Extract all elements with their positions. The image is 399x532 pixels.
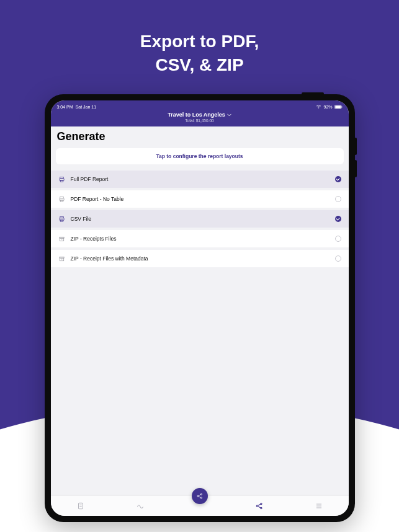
svg-rect-17 [60,258,63,261]
battery-percent: 92% [323,105,332,109]
export-option-label: ZIP - Receipt Files with Metadata [71,255,330,262]
svg-rect-14 [60,238,63,241]
export-option[interactable]: CSV File [51,210,349,228]
svg-rect-19 [78,503,83,508]
chevron-down-icon [227,112,231,118]
radio-off-icon [335,196,341,202]
export-options-list: Full PDF ReportPDF Report - No TableCSV … [51,171,349,267]
archive-icon [58,255,66,262]
svg-line-25 [258,504,260,505]
tab-export[interactable] [247,502,272,510]
status-date: Sat Jan 11 [76,105,96,109]
trip-selector[interactable]: Travel to Los Angeles [168,112,231,118]
radio-off-icon [335,255,341,262]
export-option-label: CSV File [71,216,330,222]
svg-point-32 [200,497,202,499]
printer-icon [58,196,66,202]
configure-layouts-label: Tap to configure the report layouts [156,153,243,159]
svg-point-24 [260,507,261,508]
tab-receipts[interactable] [68,502,93,510]
trip-total: Total: $1,450.00 [57,118,343,123]
configure-layouts-button[interactable]: Tap to configure the report layouts [56,148,344,164]
export-option[interactable]: ZIP - Receipt Files with Metadata [51,250,349,267]
svg-line-26 [258,506,260,507]
export-option[interactable]: Full PDF Report [51,171,349,188]
svg-rect-6 [60,180,63,182]
wifi-icon [316,105,321,109]
export-option-label: Full PDF Report [71,176,330,182]
svg-point-23 [260,503,261,504]
svg-point-30 [197,495,198,497]
headline-line2: CSV, & ZIP [0,53,399,77]
svg-rect-12 [60,219,63,221]
svg-rect-3 [341,106,342,107]
content-area: Generate Tap to configure the report lay… [51,126,349,495]
export-option-label: PDF Report - No Table [71,196,330,202]
status-bar: 3:04 PM Sat Jan 11 92% [57,103,343,110]
device-volume-down [354,160,357,177]
svg-point-31 [200,494,202,495]
device-power-button [302,92,324,95]
check-icon [335,176,341,182]
device-frame: 3:04 PM Sat Jan 11 92% Travel to Los Ang… [45,94,355,522]
device-screen: 3:04 PM Sat Jan 11 92% Travel to Los Ang… [51,100,349,516]
export-option[interactable]: ZIP - Receipts Files [51,230,349,247]
svg-line-33 [199,495,201,496]
share-fab[interactable] [192,488,208,504]
printer-icon [58,216,66,222]
archive-icon [58,236,66,242]
status-time: 3:04 PM [57,105,73,109]
device-volume-up [354,138,357,155]
printer-icon [58,176,66,182]
check-icon [335,216,341,222]
tab-bar [51,495,349,516]
radio-off-icon [335,236,341,242]
app-header: 3:04 PM Sat Jan 11 92% Travel to Los Ang… [51,100,349,126]
trip-title: Travel to Los Angeles [168,112,225,118]
svg-rect-2 [335,105,341,108]
marketing-headline: Export to PDF, CSV, & ZIP [0,30,399,77]
tab-trips[interactable] [128,502,153,510]
headline-line1: Export to PDF, [0,30,399,53]
svg-point-22 [256,505,258,506]
export-option-label: ZIP - Receipts Files [71,236,330,242]
tab-settings[interactable] [307,502,331,510]
svg-point-0 [318,108,319,109]
export-option[interactable]: PDF Report - No Table [51,190,349,208]
svg-line-34 [199,497,201,498]
battery-icon [334,105,343,109]
svg-rect-9 [60,200,63,202]
page-title: Generate [51,126,349,148]
